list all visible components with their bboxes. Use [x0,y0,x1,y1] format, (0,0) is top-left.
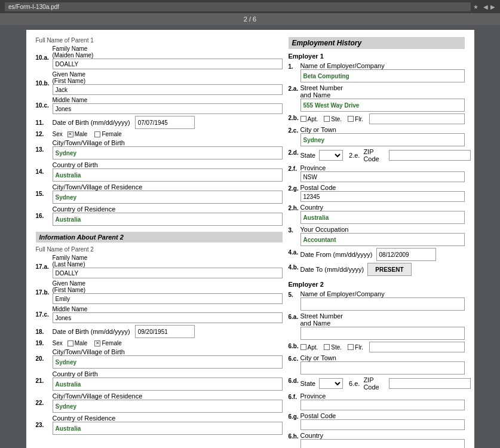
male2-checkbox[interactable] [68,340,73,346]
emp2-f6c-label: City or Town [300,354,465,361]
emp2-f6e-input[interactable] [389,378,471,389]
field-15-input[interactable] [53,191,283,204]
ste2-checkbox-item[interactable]: Ste. [324,344,342,351]
emp2-field5: 5. Name of Employer/Company [289,290,465,311]
field-12-label: Sex [53,131,63,137]
field-21-input[interactable] [53,378,283,391]
male-checkbox-item[interactable]: ✕ Male [68,131,88,137]
emp2-f6f-input[interactable] [300,400,465,410]
field-20: 20. City/Town/Village of Birth [36,348,283,369]
field-10b-input[interactable] [53,84,283,95]
female-checkbox[interactable] [94,131,100,137]
apt2-checkbox[interactable] [300,344,306,350]
field-14-input[interactable] [53,168,283,182]
ste2-checkbox[interactable] [324,344,330,350]
field-17c-input[interactable] [53,312,283,323]
emp1-field3: 3. Your Occupation [289,226,465,246]
present-button[interactable]: PRESENT [367,263,411,276]
field-20-input[interactable] [53,355,283,369]
emp2-f6h-input[interactable] [300,439,465,448]
female-checkbox-item[interactable]: Female [94,131,121,137]
nav-icon[interactable]: ◀ [483,4,488,10]
flr-checkbox-item[interactable]: Flr. [348,116,363,122]
emp1-f4b-num: 4.b. [289,263,300,271]
apt2-checkbox-item[interactable]: Apt. [300,344,318,351]
emp1-f4a-num: 4.a. [289,248,300,256]
emp1-f3-input[interactable] [300,233,465,246]
field-17a-label: Family Name(Last Name) [53,254,280,268]
emp2-f6c-input[interactable] [300,361,465,375]
nav-icon2[interactable]: ▶ [490,4,495,10]
emp2-f5-input[interactable] [300,297,465,311]
field-10a-input[interactable] [53,59,283,69]
ste-checkbox[interactable] [324,116,330,122]
male-checkbox[interactable]: ✕ [68,131,73,137]
emp1-f2h-num: 2.h. [289,204,300,211]
emp1-f4a-input[interactable] [376,248,436,261]
female2-checkbox[interactable]: ✕ [94,340,100,346]
emp2-f6h-label: Country [300,432,465,439]
field-17a: 17.a. Family Name(Last Name) [36,254,283,278]
emp1-f4b-label: Date To (mm/dd/yyyy) [300,266,364,273]
field-14-label: Country of Birth [53,161,283,168]
field-16-input[interactable] [53,213,283,226]
field-23-label: Country of Residence [53,415,283,422]
flr2-checkbox[interactable] [348,344,354,350]
field-17a-input[interactable] [53,268,283,278]
emp1-f2c-input[interactable] [300,133,465,146]
male2-checkbox-item[interactable]: Male [68,340,88,346]
field-17c-num: 17.c. [36,311,51,318]
field-10c-input[interactable] [53,103,283,114]
emp2-state-select[interactable] [319,378,343,389]
field-22-input[interactable] [53,400,283,413]
field-11-label: Date of Birth (mm/dd/yyyy) [53,119,130,126]
female2-checkbox-item[interactable]: ✕ Female [94,340,121,346]
apt-checkbox[interactable] [300,116,306,122]
emp1-f2e-input[interactable] [389,150,471,161]
emp1-f2h-input[interactable] [300,211,465,224]
field-13-input[interactable] [53,146,283,159]
emp1-f1-input[interactable] [300,69,465,82]
ste-checkbox-item[interactable]: Ste. [324,116,342,122]
emp1-f2g-input[interactable] [300,191,465,202]
url-bar[interactable]: es/Form-I-130a.pdf [5,2,471,11]
emp2-f6e-label: 6.e. [349,380,360,387]
field-18-input[interactable] [135,325,195,338]
field-17b-input[interactable] [53,293,283,304]
apt-checkbox-item[interactable]: Apt. [300,116,318,122]
emp2-f6b-num: 6.b. [289,342,300,349]
emp1-f2g-num: 2.g. [289,184,300,192]
flr-checkbox[interactable] [348,116,354,122]
parent2-header: Full Name of Parent 2 [36,246,283,253]
emp2-f6g-input[interactable] [300,419,465,430]
male-label: Male [75,131,88,137]
field-10b-num: 10.b. [36,80,51,87]
field-21-label: Country of Birth [53,370,283,378]
emp1-field2f: 2.f. Province [289,164,465,182]
field-23-num: 23. [36,422,51,428]
field-11-num: 11. [36,119,51,126]
emp1-f2f-input[interactable] [300,171,465,182]
female2-label: Female [102,340,121,346]
emp1-f2b-input[interactable] [369,113,465,124]
flr2-checkbox-item[interactable]: Flr. [348,344,363,351]
emp2-f6a-label: Street Numberand Name [300,312,465,327]
emp2-f6a-input[interactable] [300,327,465,340]
emp1-field4a: 4.a. Date From (mm/dd/yyyy) [289,248,465,261]
bookmark-icon[interactable]: ★ [473,4,478,10]
field-11-input[interactable] [135,116,195,129]
emp2-f6g-label: Postal Code [300,412,465,419]
emp1-state-select[interactable] [319,150,343,161]
emp1-f2d-label: State [300,152,316,159]
emp2-field6h: 6.h. Country [289,432,465,448]
emp1-f2h-label: Country [300,204,465,211]
page-navigation: 2 / 6 [0,13,500,25]
emp1-f2a-input[interactable] [300,99,465,112]
emp2-f6b-input[interactable] [369,342,465,352]
field-10b: 10.b. Given Name(First Name) [36,71,283,95]
emp1-field2a: 2.a. Street Numberand Name [289,84,465,112]
emp1-f2c-label: City or Town [300,126,465,133]
field-20-num: 20. [36,355,51,362]
emp2-f6a-num: 6.a. [289,312,300,320]
field-23-input[interactable] [53,422,283,435]
